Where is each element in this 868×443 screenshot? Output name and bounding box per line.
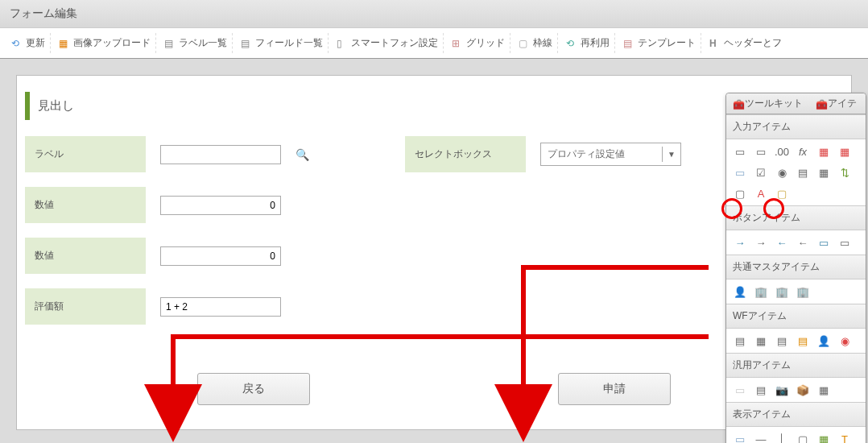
reuse-icon: ⟲ — [566, 38, 577, 49]
calendar-item-icon[interactable]: ▦ — [837, 144, 852, 159]
selectbox-field[interactable]: プロパティ設定値 ▼ — [540, 143, 681, 166]
palette-section-display[interactable]: 表示アイテム — [726, 402, 866, 427]
arrow-right2-item-icon[interactable]: → — [754, 235, 768, 250]
toolbar-header[interactable]: Hヘッダーとフ — [705, 33, 787, 53]
apply-button[interactable]: 申請 — [558, 373, 671, 405]
toolbox-icon: 🧰 — [816, 99, 825, 109]
chevron-down-icon[interactable]: ▼ — [662, 147, 680, 162]
image-icon: ▦ — [59, 38, 70, 49]
text-icon[interactable]: T — [837, 432, 852, 443]
wf3-icon[interactable]: ▤ — [775, 333, 789, 348]
toolbar-image-upload[interactable]: ▦画像アップロード — [54, 33, 156, 53]
gen1-icon[interactable]: ▭ — [733, 383, 747, 397]
building3-item-icon[interactable]: 🏢 — [796, 284, 810, 299]
button-item-icon[interactable]: ▭ — [816, 235, 831, 250]
palette-wf-items: ▤ ▦ ▤ ▤ 👤 ◉ — [726, 329, 866, 353]
image-icon[interactable]: ▦ — [816, 432, 831, 443]
toolbar-field-list[interactable]: ▤フィールド一覧 — [236, 33, 329, 53]
wf1-icon[interactable]: ▤ — [733, 333, 747, 348]
palette-button-items: → → ← ← ▭ ▭ — [726, 230, 866, 255]
refresh-icon: ⟲ — [11, 38, 23, 49]
border-icon: ▢ — [519, 38, 530, 49]
field-label-selectbox[interactable]: セレクトボックス — [405, 136, 526, 172]
palette-display-items: ▭ — │ ▢ ▦ T — [726, 427, 866, 443]
palette-tab-toolkit[interactable]: 🧰ツールキット — [726, 93, 809, 114]
form-heading[interactable]: 見出し — [25, 92, 843, 120]
vline-icon[interactable]: │ — [775, 432, 789, 443]
number-item-icon[interactable]: .00 — [775, 144, 789, 159]
toolbar-template[interactable]: ▤テンプレート — [618, 33, 701, 53]
num2-input[interactable] — [160, 246, 281, 266]
updown-item-icon[interactable]: ⇅ — [837, 165, 852, 180]
wf2-icon[interactable]: ▦ — [754, 333, 768, 348]
user-item-icon[interactable]: 👤 — [733, 284, 747, 299]
arrow-left-item-icon[interactable]: ← — [775, 235, 789, 250]
building-item-icon[interactable]: 🏢 — [754, 284, 768, 299]
toolbar: ⟲更新 ▦画像アップロード ▤ラベル一覧 ▤フィールド一覧 ▯スマートフォン設定… — [0, 28, 868, 59]
toolbar-reuse[interactable]: ⟲再利用 — [561, 33, 615, 53]
building2-item-icon[interactable]: 🏢 — [775, 284, 789, 299]
palette-input-items: ▭ ▭ .00 fx ▦ ▦ ▭ ☑ ◉ ▤ ▦ ⇅ ▢ A ▢ — [726, 139, 866, 205]
camera-icon[interactable]: 📷 — [775, 383, 789, 397]
gen2-icon[interactable]: ▤ — [754, 383, 768, 397]
toolbar-refresh[interactable]: ⟲更新 — [6, 33, 51, 53]
disp1-icon[interactable]: ▭ — [733, 432, 747, 443]
list-item-icon[interactable]: ▤ — [796, 165, 810, 180]
line-icon[interactable]: — — [754, 432, 768, 443]
list-icon: ▤ — [164, 38, 176, 49]
num1-input[interactable] — [160, 196, 281, 215]
frame-icon[interactable]: ▢ — [796, 432, 810, 443]
label-input[interactable] — [160, 145, 281, 164]
header-icon: H — [709, 38, 721, 49]
radio-item-icon[interactable]: ◉ — [775, 165, 789, 180]
palette-section-wf[interactable]: WFアイテム — [726, 304, 866, 329]
arrow-left2-item-icon[interactable]: ← — [796, 235, 810, 250]
button2-item-icon[interactable]: ▭ — [837, 235, 852, 250]
palette-tab-item[interactable]: 🧰アイテ — [809, 93, 863, 114]
palette-section-input[interactable]: 入力アイテム — [726, 114, 866, 139]
search-icon[interactable]: 🔍 — [296, 148, 308, 161]
field-label-num2[interactable]: 数値 — [25, 238, 146, 274]
template-icon: ▤ — [623, 38, 634, 49]
square-item-icon[interactable]: ▢ — [775, 186, 789, 201]
wf-stamp-icon[interactable]: ◉ — [837, 333, 852, 348]
back-button[interactable]: 戻る — [197, 373, 310, 405]
toolbar-label-list[interactable]: ▤ラベル一覧 — [159, 33, 233, 53]
palette-section-master[interactable]: 共通マスタアイテム — [726, 255, 866, 279]
field-label-eval[interactable]: 評価額 — [25, 288, 146, 325]
box-icon[interactable]: 📦 — [796, 383, 810, 397]
palette-section-button[interactable]: ボタンアイテム — [726, 205, 866, 230]
window-title: フォーム編集 — [0, 0, 868, 28]
text-item-icon[interactable]: ▭ — [733, 144, 747, 159]
box-item-icon[interactable]: ▢ — [733, 186, 747, 201]
field-label-label[interactable]: ラベル — [25, 136, 146, 172]
eval-input[interactable] — [160, 297, 281, 317]
wf-user-icon[interactable]: 👤 — [816, 333, 831, 348]
textarea-item-icon[interactable]: ▭ — [754, 144, 768, 159]
toolbar-grid[interactable]: ⊞グリッド — [447, 33, 510, 53]
palette-general-items: ▭ ▤ 📷 📦 ▦ — [726, 378, 866, 402]
phone-icon: ▯ — [337, 38, 348, 49]
palette-section-general[interactable]: 汎用アイテム — [726, 353, 866, 378]
toolbar-smartphone[interactable]: ▯スマートフォン設定 — [332, 33, 444, 53]
grid-item-icon[interactable]: ▦ — [816, 165, 831, 180]
wf4-icon[interactable]: ▤ — [796, 333, 810, 348]
grid-icon: ⊞ — [452, 38, 463, 49]
item-palette: 🧰ツールキット 🧰アイテ 入力アイテム ▭ ▭ .00 fx ▦ ▦ ▭ ☑ ◉… — [725, 93, 866, 443]
date-item-icon[interactable]: ▦ — [816, 144, 831, 159]
list-icon: ▤ — [241, 38, 252, 49]
fx-item-icon[interactable]: fx — [796, 144, 810, 159]
check-item-icon[interactable]: ☑ — [754, 165, 768, 180]
field-label-num1[interactable]: 数値 — [25, 187, 146, 223]
select-item-icon[interactable]: ▭ — [733, 165, 747, 180]
toolbox-icon: 🧰 — [733, 99, 742, 109]
selectbox-value: プロパティ設定値 — [541, 143, 662, 165]
palette-master-items: 👤 🏢 🏢 🏢 — [726, 279, 866, 304]
arrow-right-item-icon[interactable]: → — [733, 235, 747, 250]
toolbar-border[interactable]: ▢枠線 — [514, 33, 558, 53]
gen5-icon[interactable]: ▦ — [816, 383, 831, 397]
font-item-icon[interactable]: A — [754, 186, 768, 201]
